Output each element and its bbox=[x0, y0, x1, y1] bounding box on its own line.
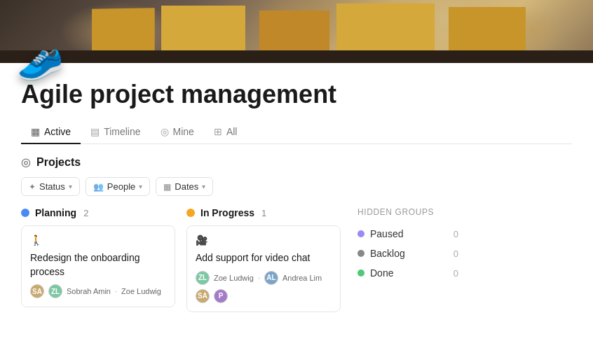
tab-active-icon: ▦ bbox=[31, 126, 40, 137]
hidden-group-backlog[interactable]: Backlog 0 bbox=[357, 244, 458, 263]
paused-count: 0 bbox=[454, 229, 458, 239]
status-icon: ✦ bbox=[29, 182, 36, 192]
tab-timeline-icon: ▤ bbox=[90, 126, 100, 137]
filter-status[interactable]: ✦ Status ▾ bbox=[21, 177, 80, 196]
hidden-groups-title: Hidden groups bbox=[357, 207, 458, 217]
shoe-emoji: 👟 bbox=[11, 31, 67, 85]
avatar-person2: P bbox=[214, 289, 228, 303]
dates-chevron: ▾ bbox=[202, 183, 205, 190]
tab-mine[interactable]: ◎ Mine bbox=[151, 120, 204, 144]
inprogress-name: In Progress bbox=[200, 207, 254, 218]
planning-dot bbox=[21, 209, 29, 217]
avatar-name-andrea: Andrea Lim bbox=[282, 274, 322, 282]
avatar-zoe: ZL bbox=[48, 284, 62, 298]
hero-board-line bbox=[0, 50, 593, 63]
card-videochat-avatars: ZL Zoe Ludwig · AL Andrea Lim bbox=[196, 271, 332, 285]
avatar-name-sobrah: Sobrah Amin bbox=[67, 287, 111, 295]
tab-timeline[interactable]: ▤ Timeline bbox=[81, 120, 150, 144]
avatar-separator2: · bbox=[258, 274, 260, 282]
section-header: ◎ Projects bbox=[21, 155, 572, 169]
tab-bar: ▦ Active ▤ Timeline ◎ Mine ⊞ All bbox=[21, 120, 572, 144]
filter-status-label: Status bbox=[39, 181, 65, 192]
paused-label: Paused bbox=[370, 228, 403, 239]
video-icon: 🎥 bbox=[196, 234, 207, 246]
hero-box-3 bbox=[259, 10, 329, 52]
column-planning-header: Planning 2 bbox=[21, 207, 175, 218]
status-chevron: ▾ bbox=[69, 183, 72, 190]
page-icon: 👟 bbox=[14, 35, 84, 91]
planning-name: Planning bbox=[35, 207, 76, 218]
tab-active[interactable]: ▦ Active bbox=[21, 120, 81, 144]
filter-dates-label: Dates bbox=[175, 181, 198, 192]
filter-people[interactable]: 👥 People ▾ bbox=[86, 177, 150, 196]
avatar-zoe2: ZL bbox=[196, 271, 210, 285]
avatar-sobrah2: SA bbox=[196, 289, 210, 303]
tab-mine-label: Mine bbox=[173, 126, 194, 137]
backlog-count: 0 bbox=[454, 248, 458, 259]
filter-people-label: People bbox=[107, 181, 135, 192]
planning-count: 2 bbox=[83, 208, 88, 218]
section-title: Projects bbox=[36, 156, 81, 169]
hero-box-4 bbox=[336, 4, 435, 56]
card-onboarding-title: Redesign the onboarding process bbox=[30, 251, 166, 279]
backlog-dot bbox=[357, 250, 364, 257]
tab-all[interactable]: ⊞ All bbox=[204, 120, 247, 144]
tab-active-label: Active bbox=[44, 126, 71, 137]
card-videochat-avatars-extra: SA P bbox=[196, 289, 332, 303]
column-inprogress-header: In Progress 1 bbox=[186, 207, 341, 218]
hidden-groups-panel: Hidden groups Paused 0 Backlog 0 Done 0 bbox=[352, 207, 464, 318]
inprogress-dot bbox=[186, 209, 195, 217]
hero-box-2 bbox=[161, 6, 245, 55]
card-videochat[interactable]: 🎥 Add support for video chat ZL Zoe Ludw… bbox=[186, 225, 341, 312]
avatar-separator: · bbox=[115, 287, 117, 295]
kanban-board: Planning 2 🚶 Redesign the onboarding pro… bbox=[21, 207, 572, 318]
people-chevron: ▾ bbox=[139, 183, 142, 190]
column-planning: Planning 2 🚶 Redesign the onboarding pro… bbox=[21, 207, 175, 318]
avatar-andrea: AL bbox=[264, 271, 278, 285]
inprogress-count: 1 bbox=[261, 208, 266, 218]
card-onboarding-type: 🚶 bbox=[30, 234, 166, 246]
hidden-group-done[interactable]: Done 0 bbox=[357, 263, 458, 283]
hero-banner bbox=[0, 0, 593, 63]
backlog-label: Backlog bbox=[370, 248, 405, 259]
tab-all-label: All bbox=[226, 126, 238, 137]
page-content: Agile project management ▦ Active ▤ Time… bbox=[0, 63, 593, 318]
avatar-name-zoe: Zoe Ludwig bbox=[121, 287, 161, 295]
tab-mine-icon: ◎ bbox=[161, 126, 169, 137]
section-icon: ◎ bbox=[21, 155, 31, 169]
filter-dates[interactable]: ▦ Dates ▾ bbox=[156, 177, 213, 196]
avatar-name-zoe2: Zoe Ludwig bbox=[214, 274, 254, 282]
person-icon: 🚶 bbox=[30, 234, 42, 246]
hero-box-5 bbox=[449, 7, 526, 52]
done-label: Done bbox=[370, 267, 393, 279]
filter-bar: ✦ Status ▾ 👥 People ▾ ▦ Dates ▾ bbox=[21, 177, 572, 196]
card-videochat-title: Add support for video chat bbox=[196, 251, 332, 265]
done-count: 0 bbox=[454, 268, 458, 279]
tab-all-icon: ⊞ bbox=[214, 126, 222, 137]
card-onboarding-avatars: SA ZL Sobrah Amin · Zoe Ludwig bbox=[30, 284, 166, 298]
column-inprogress: In Progress 1 🎥 Add support for video ch… bbox=[186, 207, 341, 318]
hero-box-1 bbox=[92, 8, 155, 54]
card-videochat-type: 🎥 bbox=[196, 234, 332, 246]
page-title: Agile project management bbox=[21, 80, 572, 109]
paused-dot bbox=[357, 230, 364, 237]
people-icon: 👥 bbox=[93, 182, 104, 192]
card-onboarding[interactable]: 🚶 Redesign the onboarding process SA ZL … bbox=[21, 225, 175, 307]
hidden-group-paused[interactable]: Paused 0 bbox=[357, 224, 458, 244]
avatar-sobrah: SA bbox=[30, 284, 44, 298]
tab-timeline-label: Timeline bbox=[104, 126, 140, 137]
dates-icon: ▦ bbox=[163, 182, 171, 192]
done-dot bbox=[357, 270, 364, 276]
